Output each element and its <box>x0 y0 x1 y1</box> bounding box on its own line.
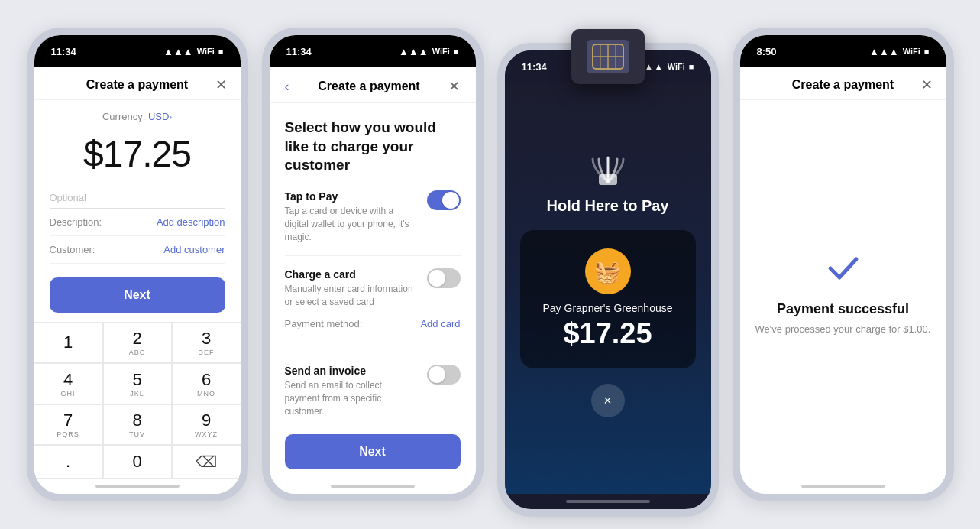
phone4-time: 8:50 <box>757 46 777 57</box>
svg-rect-6 <box>599 174 617 185</box>
phone1-time: 11:34 <box>51 46 76 57</box>
add-card-button[interactable]: Add card <box>420 318 460 329</box>
phone2-select-content: Select how you would like to charge your… <box>270 103 476 434</box>
phone2-frame: 11:34 ▲▲▲ WiFi ■ ‹ Create a payment ✕ Se… <box>262 28 484 501</box>
battery-icon-3: ■ <box>689 62 694 71</box>
phone3-home-indicator <box>505 494 711 509</box>
send-invoice-desc: Send an email to collect payment from a … <box>285 379 419 417</box>
phone3-wrapper: 11:34 ▲▲▲ WiFi ■ <box>497 12 719 517</box>
phone1-next-button[interactable]: Next <box>50 277 225 313</box>
description-row: Description: Add description <box>50 209 225 236</box>
signal-icon: ▲▲▲ <box>163 46 193 57</box>
optional-field[interactable]: Optional <box>50 187 225 209</box>
phone2-close-button[interactable]: ✕ <box>448 78 460 95</box>
chevron-right-icon: › <box>169 112 172 122</box>
payment-method-label: Payment method: <box>285 318 363 329</box>
send-invoice-text: Send an invoice Send an email to collect… <box>285 365 419 417</box>
home-bar-2 <box>331 485 415 488</box>
battery-icon: ■ <box>454 47 459 56</box>
phone1-content: Create a payment ✕ Currency: USD › $17.2… <box>34 67 241 479</box>
tap-to-pay-desc: Tap a card or device with a digital wall… <box>285 205 419 243</box>
charge-card-title: Charge a card <box>285 268 419 281</box>
send-invoice-option: Send an invoice Send an email to collect… <box>285 365 461 430</box>
basket-icon: 🧺 <box>594 259 621 284</box>
currency-label: Currency: <box>102 111 145 122</box>
phone4-status-bar: 8:50 ▲▲▲ WiFi ■ <box>740 35 946 67</box>
charge-card-text: Charge a card Manually enter card inform… <box>285 268 419 309</box>
numpad-key-6[interactable]: 6MNO <box>172 363 241 404</box>
numpad-key-4[interactable]: 4GHI <box>34 363 103 404</box>
phone1-status-bar: 11:34 ▲▲▲ WiFi ■ <box>34 35 241 67</box>
description-label: Description: <box>50 216 102 228</box>
numpad-key-0[interactable]: 0 <box>103 445 172 479</box>
phone4-content: Create a payment ✕ Payment successful We… <box>740 67 946 479</box>
tap-to-pay-title: Tap to Pay <box>285 190 419 203</box>
nfc-icon-area <box>577 144 639 190</box>
success-content: Payment successful We've processed your … <box>740 100 946 479</box>
home-bar <box>95 485 180 488</box>
numpad-key-5[interactable]: 5JKL <box>103 363 172 404</box>
phone1-title: Create a payment <box>86 78 188 92</box>
cancel-icon: × <box>603 393 612 409</box>
phone2-status-icons: ▲▲▲ WiFi ■ <box>399 46 458 57</box>
charge-card-desc: Manually enter card information or selec… <box>285 283 419 309</box>
add-description-button[interactable]: Add description <box>157 216 225 228</box>
wifi-icon: WiFi <box>432 47 450 56</box>
numpad-key-delete[interactable]: ⌫ <box>172 445 241 479</box>
phone1-home-indicator <box>34 479 241 494</box>
phone3-content: Hold Here to Pay 🧺 Pay Grapner's Greenho… <box>505 83 711 494</box>
phone2-back-button[interactable]: ‹ <box>285 79 289 95</box>
cancel-button[interactable]: × <box>591 384 625 417</box>
amount-display: $17.25 <box>34 125 241 187</box>
signal-icon-4: ▲▲▲ <box>869 46 899 57</box>
phone3-frame: 11:34 ▲▲▲ WiFi ■ <box>497 43 719 517</box>
checkmark-svg <box>824 248 862 287</box>
merchant-card: 🧺 Pay Grapner's Greenhouse $17.25 <box>520 230 696 368</box>
success-title: Payment successful <box>777 301 909 317</box>
phone4-header: Create a payment ✕ <box>740 67 946 100</box>
merchant-amount: $17.25 <box>563 317 652 350</box>
customer-row: Customer: Add customer <box>50 236 225 264</box>
tap-to-pay-toggle[interactable] <box>427 190 461 210</box>
home-bar-3 <box>566 500 650 503</box>
toggle-thumb-3 <box>429 366 445 383</box>
charge-card-toggle[interactable] <box>427 268 461 288</box>
battery-icon: ■ <box>218 47 224 56</box>
check-icon <box>820 245 866 290</box>
phone2-status-bar: 11:34 ▲▲▲ WiFi ■ <box>270 35 476 67</box>
numpad-key-2[interactable]: 2ABC <box>103 322 172 363</box>
success-desc: We've processed your charge for $1.00. <box>755 323 931 335</box>
tap-to-pay-text: Tap to Pay Tap a card or device with a d… <box>285 190 419 243</box>
numpad-key-7[interactable]: 7PQRS <box>34 404 103 446</box>
phone1-close-button[interactable]: ✕ <box>215 76 227 93</box>
send-invoice-toggle[interactable] <box>427 365 461 385</box>
numpad-key-3[interactable]: 3DEF <box>172 322 241 363</box>
toggle-thumb-2 <box>429 270 445 287</box>
numpad-key-9[interactable]: 9WXYZ <box>172 404 241 446</box>
wifi-icon-4: WiFi <box>903 47 920 56</box>
wifi-icon-3: WiFi <box>668 62 685 71</box>
card-chip-svg <box>587 40 629 73</box>
phone4-close-button[interactable]: ✕ <box>921 76 933 93</box>
signal-icon: ▲▲▲ <box>399 46 429 57</box>
add-customer-button[interactable]: Add customer <box>163 244 225 255</box>
payment-method-row: Payment method: Add card <box>285 309 461 339</box>
phone1-frame: 11:34 ▲▲▲ WiFi ■ Create a payment ✕ Curr… <box>27 28 248 501</box>
wifi-icon: WiFi <box>197 47 215 56</box>
currency-value[interactable]: USD <box>148 111 169 122</box>
phone4-frame: 8:50 ▲▲▲ WiFi ■ Create a payment ✕ Payme… <box>733 28 954 501</box>
phone2-time: 11:34 <box>286 46 312 57</box>
phone2-next-button[interactable]: Next <box>285 434 461 469</box>
hold-here-text: Hold Here to Pay <box>546 197 668 215</box>
numpad-key-dot[interactable]: . <box>34 445 103 479</box>
merchant-name: Pay Grapner's Greenhouse <box>543 302 673 314</box>
numpad-key-8[interactable]: 8TUV <box>103 404 172 446</box>
select-heading: Select how you would like to charge your… <box>285 118 461 175</box>
numpad-key-1[interactable]: 1 <box>34 322 103 363</box>
phone3-time: 11:34 <box>522 61 547 73</box>
phone4-status-icons: ▲▲▲ WiFi ■ <box>869 46 929 57</box>
battery-icon-4: ■ <box>924 47 930 56</box>
charge-card-option: Charge a card Manually enter card inform… <box>285 268 461 352</box>
customer-label: Customer: <box>50 244 95 255</box>
send-invoice-title: Send an invoice <box>285 365 419 377</box>
